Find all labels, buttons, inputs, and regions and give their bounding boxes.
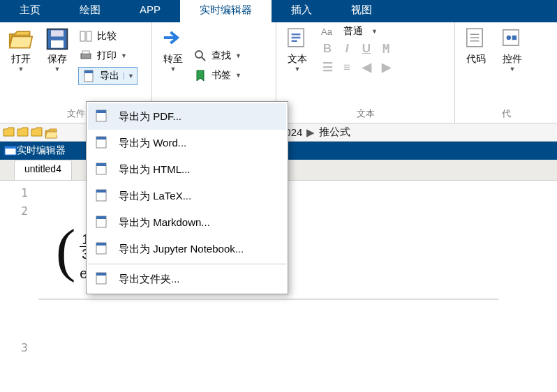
folder-icon[interactable] [3, 126, 15, 139]
breadcrumb-item[interactable]: 推公式 [319, 126, 350, 139]
doc-icon [95, 162, 110, 177]
tab-home[interactable]: 主页 [0, 0, 60, 22]
print-button[interactable]: 打印▼ [78, 47, 138, 64]
bookmark-icon [193, 68, 209, 82]
indent-button[interactable]: ▶ [380, 60, 392, 75]
outdent-button[interactable]: ◀ [360, 60, 373, 75]
chevron-down-icon: ▼ [510, 66, 516, 73]
chevron-down-icon: ▼ [371, 28, 378, 35]
export-pdf[interactable]: 导出为 PDF... [88, 103, 286, 130]
doc-icon [95, 109, 110, 124]
chevron-down-icon: ▼ [18, 66, 24, 73]
folder-icon[interactable] [31, 126, 43, 139]
list-number-button[interactable]: ≡ [341, 61, 353, 75]
chevron-down-icon: ▼ [295, 66, 301, 73]
export-folder[interactable]: 导出文件夹... [88, 266, 286, 292]
code-button[interactable]: 代码 [459, 25, 493, 67]
chevron-down-icon: ▼ [170, 66, 177, 73]
doc-icon [95, 188, 110, 204]
chevron-down-icon: ▼ [54, 66, 61, 73]
open-button[interactable]: 打开▼ [4, 25, 38, 74]
arrow-right-icon [161, 27, 186, 52]
doc-icon [95, 271, 110, 287]
folder-open-icon[interactable] [45, 126, 57, 139]
save-button[interactable]: 保存▼ [40, 25, 74, 74]
folder-icon[interactable] [17, 126, 29, 139]
export-icon [82, 69, 97, 83]
bold-button[interactable]: B [321, 42, 334, 56]
folder-open-icon [8, 27, 34, 52]
style-icon [321, 25, 336, 38]
export-button[interactable]: 导出▼ [78, 67, 138, 85]
text-doc-icon [285, 27, 310, 52]
export-jupyter[interactable]: 导出为 Jupyter Notebook... [88, 236, 286, 262]
mono-button[interactable]: M [380, 42, 392, 56]
gutter: 1 2 3 [0, 181, 38, 359]
export-html[interactable]: 导出为 HTML... [88, 156, 286, 183]
export-menu: 导出为 PDF... 导出为 Word... 导出为 HTML... 导出为 L… [86, 101, 288, 294]
tab-live-editor[interactable]: 实时编辑器 [180, 0, 272, 22]
main-tabs: 主页 绘图 APP 实时编辑器 插入 视图 [0, 0, 557, 22]
chevron-down-icon: ▼ [124, 73, 134, 80]
export-latex[interactable]: 导出为 LaTeX... [88, 183, 286, 209]
bookmark-button[interactable]: 书签▼ [193, 67, 242, 84]
doc-icon [95, 241, 110, 257]
code-doc-icon [463, 27, 489, 52]
goto-button[interactable]: 转至▼ [156, 25, 190, 74]
chevron-down-icon: ▼ [235, 52, 242, 59]
find-button[interactable]: 查找▼ [193, 47, 242, 64]
save-icon [45, 27, 70, 52]
editor-tab[interactable]: untitled4 [14, 160, 72, 180]
tab-insert[interactable]: 插入 [272, 0, 332, 22]
underline-button[interactable]: U [360, 42, 373, 56]
doc-icon [95, 135, 110, 151]
tab-draw[interactable]: 绘图 [60, 0, 120, 22]
compare-icon [79, 29, 94, 43]
search-icon [193, 49, 209, 63]
text-button[interactable]: 文本▼ [281, 25, 314, 74]
export-markdown[interactable]: 导出为 Markdown... [88, 209, 286, 236]
group-label-text: 文本 [281, 106, 450, 120]
tab-app[interactable]: APP [120, 0, 180, 22]
style-select[interactable]: 普通 [343, 25, 363, 38]
italic-button[interactable]: I [341, 42, 353, 56]
chevron-down-icon: ▼ [235, 72, 242, 79]
tab-view[interactable]: 视图 [332, 0, 392, 22]
printer-icon [79, 49, 94, 63]
chevron-right-icon: ▶ [306, 126, 315, 139]
chevron-down-icon: ▼ [121, 52, 127, 59]
list-bullet-button[interactable]: ☰ [321, 60, 334, 75]
window-icon [4, 144, 17, 157]
controls-button[interactable]: 控件▼ [496, 25, 529, 74]
compare-button[interactable]: 比较 [78, 28, 138, 45]
export-word[interactable]: 导出为 Word... [88, 130, 286, 156]
controls-icon [500, 27, 525, 52]
doc-icon [95, 215, 110, 230]
group-label-other: 代 [459, 106, 553, 120]
